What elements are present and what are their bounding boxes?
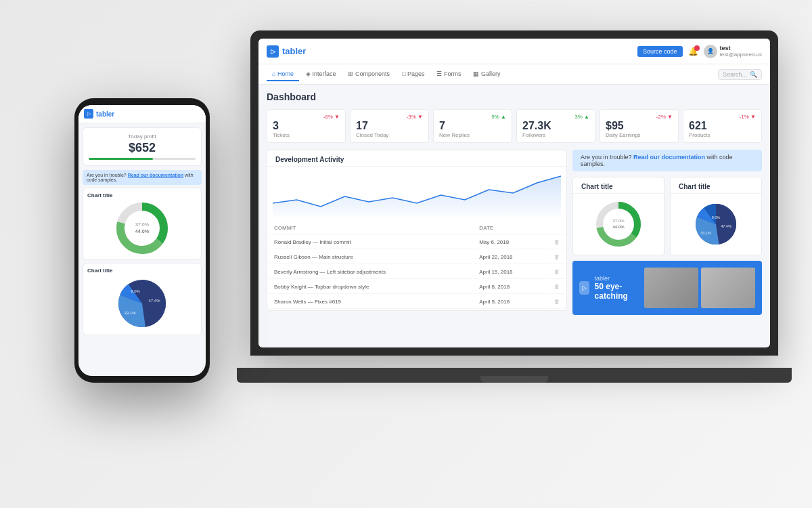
- phone-alert-text: Are you in trouble?: [87, 173, 128, 177]
- logo-icon: ▷: [267, 45, 279, 58]
- stat-label-followers: Followers: [522, 132, 589, 138]
- commit-table: COMMIT DATE Ronald Bradley — Initial com…: [267, 221, 566, 310]
- stat-card-replies: 9% ▲ 7 New Replies: [433, 109, 512, 143]
- svg-text:9.0%: 9.0%: [131, 289, 140, 293]
- svg-text:47.4%: 47.4%: [721, 224, 731, 228]
- donut-chart-1: 37.0% 44.0%: [595, 200, 642, 248]
- table-row: Beverly Armstrong — Left sidebar adjustm…: [269, 266, 565, 279]
- app-logo: ▷ tabler: [267, 45, 306, 58]
- app-content: Dashboard -6% ▼ 3 Tickets -3% ▼ 17 Close…: [258, 85, 770, 323]
- left-col: Development Activity: [267, 150, 567, 316]
- phone-pie-container: 47.4% 33.1% 9.0%: [87, 276, 197, 331]
- table-row: Ronald Bradley — Initial commit May 6, 2…: [269, 236, 565, 249]
- stat-card-closed: -3% ▼ 17 Closed Today: [350, 109, 429, 143]
- app-header: ▷ tabler Source code 🔔 👤 test: [258, 39, 770, 64]
- chart-title-2: Chart title: [671, 177, 761, 194]
- table-row: Russell Gibson — Main structure April 22…: [269, 251, 565, 264]
- stat-card-tickets: -6% ▼ 3 Tickets: [267, 109, 346, 143]
- page-title: Dashboard: [267, 91, 762, 102]
- user-name: test: [720, 45, 762, 51]
- nav-gallery[interactable]: ▦ Gallery: [468, 68, 505, 81]
- source-code-button[interactable]: Source code: [637, 46, 683, 57]
- stat-value-replies: 7: [439, 120, 506, 132]
- svg-text:33.1%: 33.1%: [700, 231, 711, 235]
- stat-label-products: Products: [689, 132, 756, 138]
- nav-interface[interactable]: ◈ Interface: [300, 68, 342, 81]
- phone-profit-label: Today profit: [89, 133, 196, 140]
- phone-app-header: ▷ tabler: [78, 105, 206, 123]
- commit-icon: 🗑: [549, 280, 565, 294]
- phone-chart-card-2: Chart title 47.4% 33.1% 9.0%: [83, 263, 202, 335]
- table-row: Sharon Wells — Fixes #619 April 9, 2018 …: [269, 295, 565, 309]
- commit-col-action: [549, 222, 565, 234]
- svg-point-17: [125, 211, 159, 245]
- chart-card-1: Chart title: [572, 177, 664, 255]
- banner-brand: tabler: [595, 275, 639, 282]
- svg-text:37.0%: 37.0%: [135, 222, 149, 227]
- commit-date: April 22, 2018: [474, 251, 547, 264]
- main-grid: Development Activity: [267, 150, 762, 316]
- commit-author: Beverly Armstrong — Left sidebar adjustm…: [269, 266, 472, 279]
- phone-donut-container: 37.0% 44.0%: [87, 201, 197, 255]
- nav-pages[interactable]: □ Pages: [397, 68, 430, 81]
- commit-icon: 🗑: [549, 236, 565, 249]
- phone-chart-title-2: Chart title: [87, 268, 197, 274]
- stat-change-earnings: -2% ▼: [606, 114, 673, 120]
- phone-alert-link[interactable]: Read our documentation: [128, 173, 183, 177]
- stat-label-tickets: Tickets: [273, 132, 340, 138]
- commit-author: Russell Gibson — Main structure: [269, 251, 472, 264]
- commit-date: April 9, 2018: [474, 295, 547, 309]
- stat-value-products: 621: [689, 120, 756, 132]
- stat-label-replies: New Replies: [439, 132, 506, 138]
- phone: ▷ tabler Today profit $652 Are you in tr…: [74, 98, 210, 383]
- stat-value-followers: 27.3K: [522, 120, 589, 132]
- activity-card-header: Development Activity: [267, 150, 566, 167]
- nav-forms[interactable]: ☰ Forms: [431, 68, 466, 81]
- chart-card-2: Chart title: [670, 177, 762, 255]
- alert-link[interactable]: Read our documentation: [633, 154, 705, 161]
- phone-donut-chart: 37.0% 44.0%: [115, 201, 169, 255]
- alert-text: Are you in trouble?: [581, 154, 633, 161]
- app-logo-text: tabler: [282, 46, 306, 56]
- phone-screen: ▷ tabler Today profit $652 Are you in tr…: [78, 105, 206, 376]
- chart-cards-row: Chart title: [572, 177, 762, 261]
- laptop: ▷ tabler Source code 🔔 👤 test: [250, 30, 778, 383]
- laptop-base: [237, 368, 792, 383]
- svg-text:37.0%: 37.0%: [612, 219, 625, 223]
- activity-card: Development Activity: [267, 150, 567, 311]
- commit-icon: 🗑: [549, 251, 565, 264]
- svg-text:44.0%: 44.0%: [135, 229, 149, 234]
- nav-home[interactable]: ⌂ Home: [267, 68, 299, 81]
- phone-progress-bar-container: [89, 158, 196, 160]
- header-right: Source code 🔔 👤 test test@appseed.us: [637, 45, 762, 58]
- right-col: Are you in trouble? Read our documentati…: [572, 150, 762, 316]
- stat-label-earnings: Daily Earnings: [606, 132, 673, 138]
- phone-profit-value: $652: [89, 141, 196, 155]
- avatar: 👤: [704, 45, 717, 58]
- user-email: test@appseed.us: [720, 51, 762, 58]
- commit-author: Bobby Knight — Topbar dropdown style: [269, 280, 472, 294]
- line-chart-svg: [273, 169, 561, 217]
- stat-change-replies: 9% ▲: [439, 114, 506, 120]
- nav-search[interactable]: Search... 🔍: [718, 69, 762, 80]
- commit-col-author: COMMIT: [269, 222, 472, 234]
- stats-row: -6% ▼ 3 Tickets -3% ▼ 17 Closed Today 9%…: [267, 109, 762, 143]
- stat-value-tickets: 3: [273, 120, 340, 132]
- phone-chart-card-1: Chart title 37.0% 44.0%: [83, 188, 202, 260]
- banner-content: tabler 50 eye-catching: [595, 275, 639, 301]
- notification-bell[interactable]: 🔔: [688, 47, 698, 56]
- commit-author: Sharon Wells — Fixes #619: [269, 295, 472, 309]
- nav-components[interactable]: ⊞ Components: [342, 68, 395, 81]
- notification-dot: [694, 45, 700, 51]
- phone-logo-icon: ▷: [84, 109, 93, 119]
- commit-icon: 🗑: [549, 295, 565, 309]
- phone-profit-card: Today profit $652: [83, 127, 202, 166]
- stat-value-closed: 17: [356, 120, 423, 132]
- commit-date: April 15, 2018: [474, 266, 547, 279]
- phone-chart-title-1: Chart title: [87, 192, 197, 198]
- svg-text:47.4%: 47.4%: [148, 299, 160, 303]
- user-details: test test@appseed.us: [720, 45, 762, 58]
- stat-label-closed: Closed Today: [356, 132, 423, 138]
- pie-container: 9.0% 47.4% 33.1%: [671, 194, 761, 255]
- phone-progress-bar: [89, 158, 153, 160]
